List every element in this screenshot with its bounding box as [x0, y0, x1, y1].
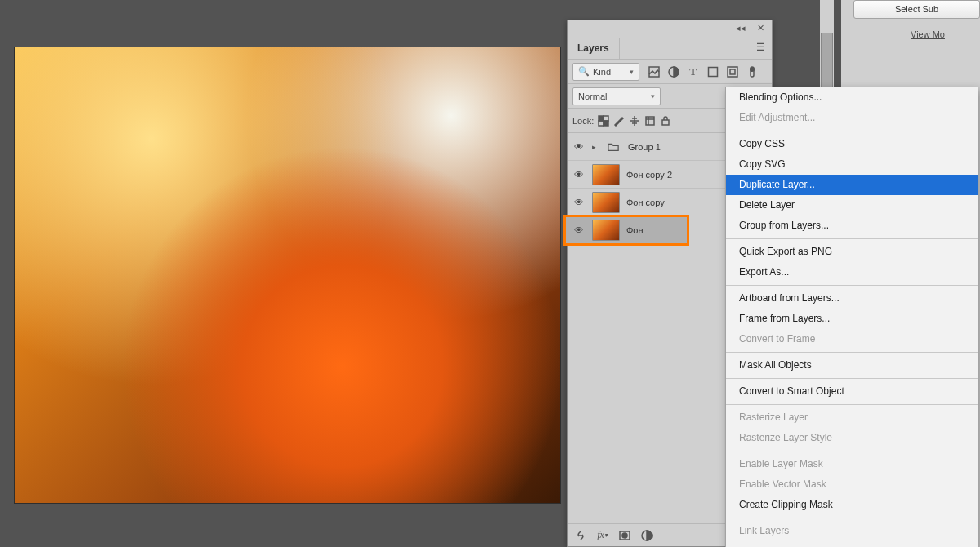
- folder-icon: [605, 140, 621, 153]
- menu-item[interactable]: Copy SVG: [726, 154, 978, 175]
- layer-thumbnail[interactable]: [592, 164, 620, 185]
- filter-toggle-icon[interactable]: [746, 66, 758, 78]
- menu-item[interactable]: Group from Layers...: [726, 216, 978, 236]
- lock-artboard-icon[interactable]: [644, 115, 656, 127]
- view-more-link[interactable]: View Mo: [911, 29, 945, 39]
- menu-item[interactable]: Convert to Smart Object: [726, 381, 978, 402]
- menu-item: Select Linked Layers: [726, 541, 978, 547]
- menu-separator: [726, 404, 978, 405]
- expand-caret-icon[interactable]: ▸: [592, 143, 599, 151]
- svg-rect-2: [708, 67, 717, 76]
- svg-rect-3: [728, 67, 737, 77]
- layers-tab[interactable]: Layers: [568, 38, 620, 59]
- menu-item[interactable]: Blending Options...: [726, 87, 978, 108]
- lock-paint-icon[interactable]: [612, 115, 625, 127]
- visibility-toggle[interactable]: 👁: [572, 141, 586, 153]
- menu-item[interactable]: Export As...: [726, 262, 978, 282]
- filter-type-icon[interactable]: T: [687, 66, 699, 78]
- menu-separator: [726, 451, 978, 451]
- search-icon: 🔍: [578, 66, 590, 77]
- filter-smartobject-icon[interactable]: [726, 66, 738, 78]
- collapse-icon[interactable]: ◂◂: [734, 22, 746, 33]
- lock-transparency-icon[interactable]: [597, 115, 609, 127]
- menu-separator: [726, 285, 978, 286]
- menu-item[interactable]: Artboard from Layers...: [726, 288, 978, 309]
- blend-mode-select[interactable]: Normal ▾: [572, 87, 661, 105]
- svg-rect-9: [604, 116, 608, 121]
- menu-item[interactable]: Mask All Objects: [726, 355, 978, 376]
- menu-item: Rasterize Layer: [726, 407, 978, 428]
- filter-adjustment-icon[interactable]: [667, 66, 679, 78]
- menu-item: Enable Layer Mask: [726, 454, 978, 474]
- select-subject-button[interactable]: Select Sub: [853, 0, 980, 19]
- layer-thumbnail[interactable]: [592, 220, 620, 241]
- close-panel-icon[interactable]: ✕: [755, 22, 767, 33]
- svg-rect-4: [730, 69, 735, 74]
- layer-style-icon[interactable]: fx▾: [596, 530, 608, 541]
- menu-item: Rasterize Layer Style: [726, 428, 978, 448]
- svg-rect-8: [604, 121, 608, 126]
- panel-tabstrip: Layers ☰: [568, 35, 772, 60]
- menu-item: Link Layers: [726, 521, 978, 541]
- layer-name: Фон copy: [626, 198, 665, 207]
- menu-item[interactable]: Duplicate Layer...: [726, 175, 978, 195]
- group-name: Group 1: [628, 142, 661, 152]
- menu-item[interactable]: Frame from Layers...: [726, 309, 978, 329]
- lock-label: Lock:: [572, 116, 594, 126]
- menu-item[interactable]: Delete Layer: [726, 195, 978, 216]
- chevron-down-icon: ▾: [651, 92, 655, 100]
- menu-item: Edit Adjustment...: [726, 108, 978, 128]
- visibility-toggle[interactable]: 👁: [572, 225, 586, 236]
- menu-item: Convert to Frame: [726, 329, 978, 349]
- layer-name: Фон: [626, 225, 644, 235]
- menu-separator: [726, 378, 978, 379]
- layer-name: Фон copy 2: [626, 170, 672, 180]
- layer-row-selected[interactable]: 👁 Фон: [565, 216, 688, 244]
- lock-all-icon[interactable]: [659, 115, 671, 127]
- layer-mask-icon[interactable]: [618, 530, 630, 541]
- menu-separator: [726, 352, 978, 353]
- menu-item: Enable Vector Mask: [726, 474, 978, 495]
- filter-pixel-icon[interactable]: [648, 66, 660, 78]
- menu-separator: [726, 238, 978, 239]
- svg-rect-10: [599, 121, 604, 126]
- lock-position-icon[interactable]: [628, 115, 640, 127]
- layer-context-menu[interactable]: Blending Options...Edit Adjustment...Cop…: [725, 87, 978, 547]
- svg-point-14: [622, 533, 627, 538]
- svg-rect-11: [646, 117, 654, 125]
- menu-separator: [726, 131, 978, 131]
- filter-kind-select[interactable]: 🔍 Kind ▾: [572, 63, 639, 81]
- layer-thumbnail[interactable]: [592, 192, 620, 213]
- blend-mode-value: Normal: [578, 91, 607, 101]
- panel-menu-icon[interactable]: ☰: [750, 42, 772, 53]
- adjustment-layer-icon[interactable]: [640, 530, 653, 541]
- menu-separator: [726, 518, 978, 518]
- visibility-toggle[interactable]: 👁: [572, 169, 586, 180]
- filter-kind-value: Kind: [593, 67, 611, 77]
- svg-point-6: [750, 67, 754, 71]
- menu-item[interactable]: Copy CSS: [726, 134, 978, 154]
- svg-rect-7: [599, 116, 604, 121]
- document-canvas[interactable]: [14, 47, 561, 504]
- chevron-down-icon: ▾: [630, 68, 634, 76]
- svg-rect-12: [662, 120, 669, 125]
- visibility-toggle[interactable]: 👁: [572, 197, 586, 208]
- filter-row: 🔍 Kind ▾ T: [568, 60, 772, 84]
- filter-shape-icon[interactable]: [706, 66, 719, 78]
- menu-item[interactable]: Quick Export as PNG: [726, 242, 978, 262]
- link-layers-icon[interactable]: [574, 530, 586, 541]
- menu-item[interactable]: Create Clipping Mask: [726, 495, 978, 515]
